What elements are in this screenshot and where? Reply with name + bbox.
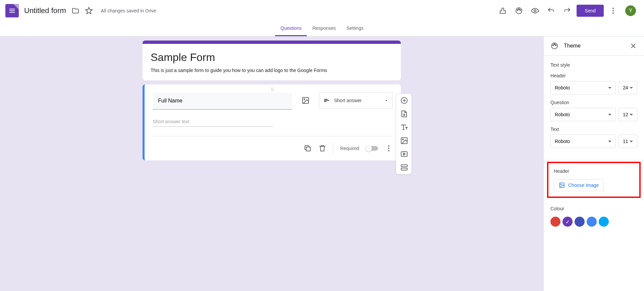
theme-title: Theme <box>564 43 624 49</box>
import-question-icon[interactable] <box>396 107 412 121</box>
close-icon[interactable] <box>629 42 637 50</box>
more-icon[interactable] <box>606 4 620 17</box>
addons-icon[interactable] <box>496 4 509 17</box>
question-type-select[interactable]: Short answer <box>319 92 393 108</box>
form-header-card[interactable]: Sample Form This is just a sample form t… <box>143 41 401 80</box>
theme-palette-icon <box>550 42 558 50</box>
svg-point-23 <box>555 45 556 46</box>
question-font-select[interactable]: Roboto <box>550 108 616 121</box>
move-folder-icon[interactable] <box>69 4 82 17</box>
color-swatch[interactable]: ✓ <box>562 217 573 227</box>
svg-rect-19 <box>401 168 407 170</box>
drag-handle-icon[interactable]: ⠿ <box>271 87 275 92</box>
text-font-select[interactable]: Roboto <box>550 135 616 148</box>
svg-point-16 <box>402 139 404 140</box>
svg-point-22 <box>554 44 555 45</box>
short-answer-placeholder: Short-answer text <box>153 119 273 127</box>
choose-image-label: Choose Image <box>568 183 599 188</box>
svg-point-13 <box>388 150 389 151</box>
form-title[interactable]: Sample Form <box>151 51 393 64</box>
svg-point-12 <box>388 148 389 149</box>
color-swatch[interactable] <box>550 217 560 227</box>
duplicate-icon[interactable] <box>304 144 312 152</box>
required-toggle[interactable] <box>366 146 378 151</box>
header-font-label: Header <box>550 73 637 78</box>
svg-point-11 <box>388 145 389 147</box>
header-size-select[interactable]: 24 <box>619 81 637 94</box>
svg-point-6 <box>612 10 614 11</box>
add-image-icon[interactable] <box>298 92 314 108</box>
header-image-label: Header <box>554 168 634 174</box>
question-type-label: Short answer <box>334 98 380 103</box>
question-title-input[interactable] <box>153 92 292 110</box>
preview-icon[interactable] <box>528 4 542 17</box>
svg-point-4 <box>534 10 536 12</box>
question-size-select[interactable]: 12 <box>619 108 637 121</box>
color-swatch[interactable] <box>575 217 585 227</box>
add-question-icon[interactable] <box>396 94 412 107</box>
svg-point-7 <box>612 12 614 14</box>
floating-toolbar <box>396 93 412 174</box>
svg-point-5 <box>612 8 614 9</box>
color-swatch[interactable] <box>599 217 609 227</box>
color-swatch[interactable] <box>587 217 597 227</box>
required-label: Required <box>340 146 359 151</box>
question-more-icon[interactable] <box>385 144 393 152</box>
tab-settings[interactable]: Settings <box>341 21 369 36</box>
svg-point-21 <box>553 45 554 46</box>
delete-icon[interactable] <box>318 144 326 152</box>
theme-panel: Theme Text style Header Roboto 24 Questi… <box>543 37 644 291</box>
forms-logo[interactable] <box>5 4 19 17</box>
colour-label: Colour <box>550 206 637 211</box>
form-name[interactable]: Untitled form <box>24 6 66 15</box>
header-font-select[interactable]: Roboto <box>550 81 616 94</box>
svg-point-9 <box>304 99 305 100</box>
form-description[interactable]: This is just a sample form to guide you … <box>151 68 393 73</box>
svg-rect-18 <box>401 165 407 167</box>
footer-divider <box>333 143 333 154</box>
svg-point-3 <box>520 10 521 11</box>
question-font-label: Question <box>550 100 637 105</box>
text-font-label: Text <box>550 127 637 132</box>
add-image-tb-icon[interactable] <box>396 134 412 147</box>
tab-responses[interactable]: Responses <box>307 21 341 36</box>
header-image-section: Header Choose Image <box>547 162 641 198</box>
add-title-icon[interactable] <box>396 121 412 134</box>
svg-point-1 <box>517 10 518 11</box>
svg-point-2 <box>519 9 520 10</box>
svg-rect-10 <box>306 147 310 151</box>
question-card[interactable]: ⠿ Short answer Short-answer text <box>143 84 401 160</box>
text-style-label: Text style <box>550 62 637 68</box>
save-status: All changes saved in Drive <box>101 8 156 13</box>
palette-icon[interactable] <box>512 4 526 17</box>
redo-icon[interactable] <box>560 4 574 17</box>
tab-questions[interactable]: Questions <box>275 21 307 36</box>
svg-point-25 <box>560 184 561 185</box>
text-size-select[interactable]: 11 <box>619 135 637 148</box>
choose-image-button[interactable]: Choose Image <box>554 179 604 191</box>
undo-icon[interactable] <box>544 4 558 17</box>
add-video-icon[interactable] <box>396 147 412 161</box>
star-icon[interactable] <box>82 4 96 17</box>
send-button[interactable]: Send <box>577 5 604 17</box>
add-section-icon[interactable] <box>396 161 412 174</box>
avatar[interactable]: Y <box>625 5 636 16</box>
